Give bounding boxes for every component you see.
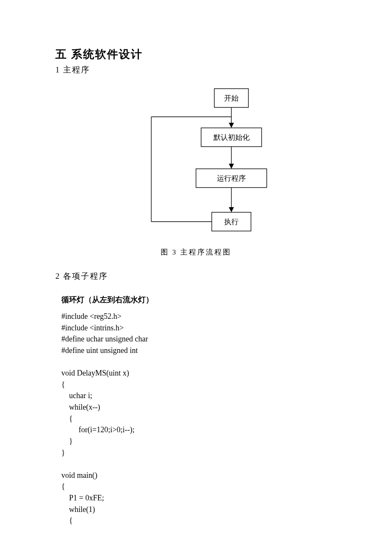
- flow-box-exec: 执行: [224, 218, 239, 226]
- heading-main: 五 系统软件设计: [55, 47, 337, 62]
- svg-marker-9: [229, 207, 234, 212]
- flow-box-run: 运行程序: [217, 174, 246, 182]
- svg-marker-2: [229, 123, 234, 128]
- heading-sub-1: 1 主程序: [55, 64, 337, 75]
- flow-box-init: 默认初始化: [213, 133, 250, 142]
- heading-sub-2: 2 各项子程序: [55, 271, 337, 282]
- svg-marker-6: [229, 164, 234, 169]
- flow-box-start: 开始: [224, 94, 239, 102]
- flowchart-svg: 开始 默认初始化 运行程序 执行: [111, 86, 281, 240]
- flowchart-container: 开始 默认初始化 运行程序 执行: [55, 86, 337, 240]
- code-subtitle: 循环灯（从左到右流水灯）: [55, 295, 337, 305]
- flowchart-caption: 图 3 主程序流程图: [55, 247, 337, 257]
- code-block: #include <reg52.h> #include <intrins.h> …: [55, 311, 337, 526]
